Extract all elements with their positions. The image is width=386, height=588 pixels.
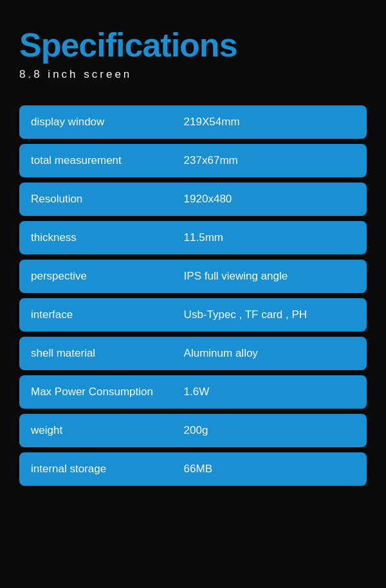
spec-value: Usb-Typec , TF card , PH <box>172 298 367 332</box>
spec-value: 200g <box>172 414 367 447</box>
table-row: interfaceUsb-Typec , TF card , PH <box>19 298 367 332</box>
spec-value: Aluminum alloy <box>172 337 367 370</box>
spec-label: Resolution <box>19 183 172 216</box>
table-row: weight200g <box>19 414 367 447</box>
spec-value: 219X54mm <box>172 105 367 139</box>
spec-label: thickness <box>19 221 172 254</box>
page-subtitle: 8.8 inch screen <box>19 68 367 81</box>
spec-value: 237x67mm <box>172 144 367 177</box>
table-row: perspectiveIPS full viewing angle <box>19 260 367 293</box>
table-row: display window219X54mm <box>19 105 367 139</box>
table-row: shell materialAluminum alloy <box>19 337 367 370</box>
spec-label: perspective <box>19 260 172 293</box>
spec-value: 1.6W <box>172 375 367 409</box>
spec-value: 11.5mm <box>172 221 367 254</box>
table-row: Max Power Consumption1.6W <box>19 375 367 409</box>
spec-label: display window <box>19 105 172 139</box>
table-row: Resolution1920x480 <box>19 183 367 216</box>
spec-label: weight <box>19 414 172 447</box>
spec-label: interface <box>19 298 172 332</box>
table-row: thickness11.5mm <box>19 221 367 254</box>
spec-value: 66MB <box>172 452 367 486</box>
spec-label: internal storage <box>19 452 172 486</box>
page-title: Specifications <box>19 26 367 64</box>
spec-label: total measurement <box>19 144 172 177</box>
spec-value: IPS full viewing angle <box>172 260 367 293</box>
table-row: total measurement237x67mm <box>19 144 367 177</box>
spec-value: 1920x480 <box>172 183 367 216</box>
spec-label: shell material <box>19 337 172 370</box>
table-row: internal storage66MB <box>19 452 367 486</box>
specs-table: display window219X54mmtotal measurement2… <box>19 100 367 491</box>
spec-label: Max Power Consumption <box>19 375 172 409</box>
